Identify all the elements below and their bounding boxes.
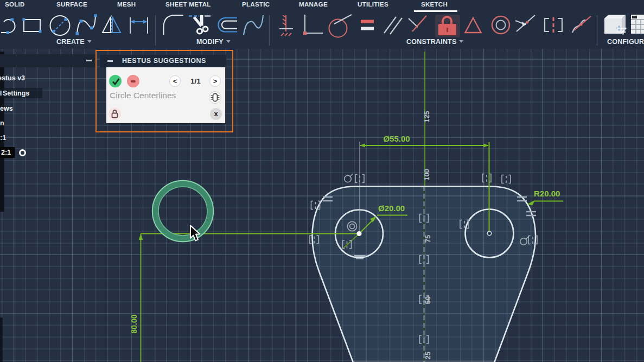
svg-text:75: 75 (424, 235, 432, 243)
svg-text:125: 125 (423, 111, 431, 123)
svg-text:Ø55.00: Ø55.00 (383, 134, 410, 143)
svg-text:R20.00: R20.00 (534, 189, 560, 198)
svg-text:Ø20.00: Ø20.00 (378, 204, 405, 213)
svg-text:25: 25 (424, 352, 432, 359)
svg-text:50: 50 (424, 296, 432, 304)
svg-text:100: 100 (423, 169, 431, 181)
svg-text:80.00: 80.00 (130, 314, 138, 333)
